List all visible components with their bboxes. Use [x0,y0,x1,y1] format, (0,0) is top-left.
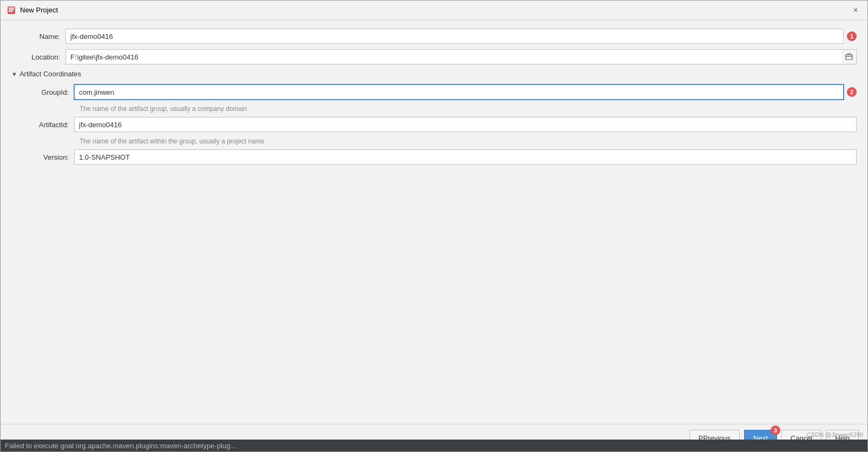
artifact-section-header: ▼ Artifact Coordinates [11,70,857,78]
groupid-badge: 2 [847,87,857,97]
location-input-wrapper [65,49,857,64]
location-input[interactable] [65,49,857,64]
watermark: CSDN @Jinwen5290 [807,431,863,438]
artifactid-row: ArtifactId: [20,117,857,132]
dialog-title: New Project [20,6,850,14]
groupid-input-wrapper: 2 [74,84,857,100]
groupid-label: GroupId: [20,88,74,96]
location-label: Location: [11,53,65,61]
groupid-input[interactable] [74,84,844,100]
collapse-icon[interactable]: ▼ [11,71,17,77]
groupid-hint: The name of the artifact group, usually … [80,105,857,113]
browse-button[interactable] [841,49,857,64]
name-row: Name: 1 [11,29,857,44]
status-text: Failed to execute goal org.apache.maven.… [5,442,236,450]
artifactid-input-wrapper [74,117,857,132]
name-input-wrapper: 1 [65,29,857,44]
dialog-titlebar: New Project × [1,1,867,20]
new-project-dialog: New Project × Name: 1 Location: [0,0,868,452]
name-input[interactable] [65,29,844,44]
status-bar: Failed to execute goal org.apache.maven.… [1,440,867,451]
dialog-icon [7,6,16,15]
artifactid-hint: The name of the artifact within the grou… [80,137,857,145]
location-row: Location: [11,49,857,64]
groupid-row: GroupId: 2 [20,84,857,100]
version-row: Version: [20,149,857,165]
dialog-content: Name: 1 Location: [1,20,867,424]
next-badge: 3 [771,425,780,435]
version-input-wrapper [74,149,857,165]
name-badge: 1 [847,31,857,41]
version-input[interactable] [74,149,857,165]
artifactid-label: ArtifactId: [20,121,74,129]
version-label: Version: [20,153,74,161]
svg-rect-2 [9,11,12,12]
svg-rect-4 [846,55,852,60]
close-button[interactable]: × [850,5,861,16]
artifactid-input[interactable] [74,117,857,132]
artifact-section-title: Artifact Coordinates [19,70,81,78]
svg-rect-1 [9,9,14,10]
svg-rect-3 [9,8,14,9]
name-label: Name: [11,32,65,41]
artifact-section-body: GroupId: 2 The name of the artifact grou… [11,84,857,165]
